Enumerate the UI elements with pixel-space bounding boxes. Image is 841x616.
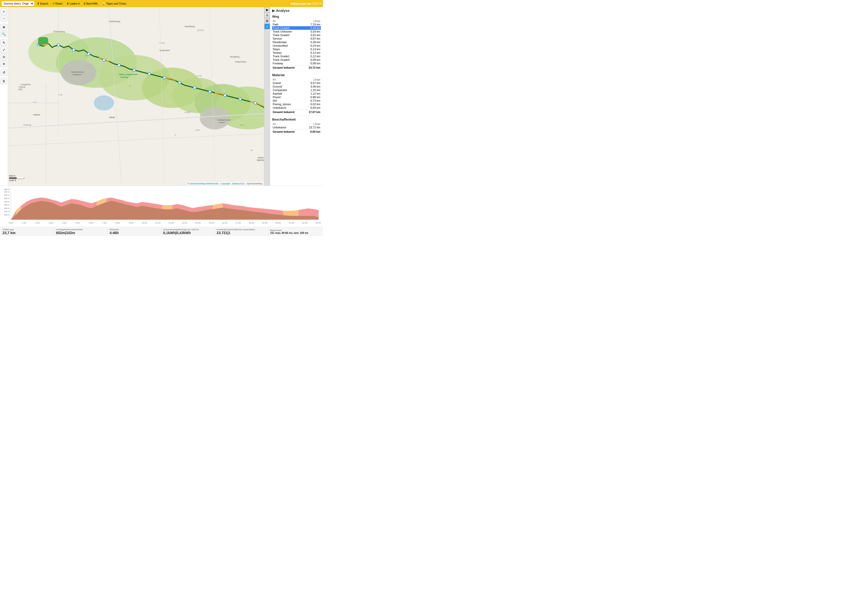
weg-art: Residential [272, 40, 304, 44]
laden-icon: ⬇ [67, 2, 69, 5]
weg-table-row: Track Unknown5,03 km [272, 30, 321, 33]
weg-laenge: 0,12 km [304, 51, 321, 54]
entfernung-value: 23,7 km [3, 231, 15, 235]
material-art: Compacted [272, 88, 304, 92]
svg-text:K 303: K 303 [185, 111, 190, 113]
material-col-laenge: Länge [304, 78, 321, 81]
panel-tab-arrow[interactable]: ▶ [264, 7, 270, 13]
material-laenge: 1,32 km [304, 88, 321, 92]
weg-art: Service [272, 37, 304, 40]
svg-text:Hohlerberg: Hohlerberg [109, 20, 120, 23]
scale-500m: 500 m [9, 175, 24, 177]
panel-tab-grid[interactable]: ⊞ [264, 18, 270, 24]
beschaffenheit-gesamt-label: Gesamt bekannt: [272, 129, 304, 134]
svg-point-26 [148, 73, 151, 75]
svg-text:Kalksteinbruch: Kalksteinbruch [71, 71, 84, 73]
entfernung-label: Entfernung [3, 228, 14, 231]
zoom-in-button[interactable]: + [0, 8, 7, 15]
elevation-chart: 260 m 240 m 220 m 200 m 180 m 160 m 140 … [2, 187, 321, 227]
material-art: Ground [272, 85, 304, 88]
route-select[interactable]: Dummy (leer), Original [1, 1, 34, 6]
draw-button[interactable]: ✎ [0, 40, 7, 46]
svg-text:21 km: 21 km [289, 222, 294, 224]
zoom-out-button[interactable]: − [0, 15, 7, 22]
panel-tab-bars[interactable]: ≡ [264, 13, 270, 18]
svg-text:180 m: 180 m [4, 201, 10, 203]
svg-text:Osning: Osning [120, 76, 128, 78]
svg-point-31 [224, 94, 226, 97]
export-button[interactable]: ⬆ Export [36, 1, 50, 6]
svg-text:3 km: 3 km [49, 222, 53, 224]
svg-text:220 m: 220 m [4, 194, 10, 196]
material-table-row: Compacted1,32 km [272, 88, 321, 92]
svg-text:L 96: L 96 [59, 94, 63, 96]
stat-entfernung: Entfernung 23,7 km [3, 228, 53, 235]
stat-divider-3 [161, 228, 162, 235]
svg-text:Metelberg: Metelberg [185, 25, 195, 28]
stat-anstieg: Anstieg|Höhenunterschied 652m|102m [56, 228, 106, 235]
material-laenge: 0,73 km [304, 99, 321, 103]
svg-point-27 [163, 76, 166, 79]
weg-art: Track Grade3 [272, 26, 304, 30]
svg-text:5 km: 5 km [75, 222, 80, 224]
route-button[interactable]: ⤢ [0, 46, 7, 53]
material-laenge: 1,12 km [304, 92, 321, 95]
svg-text:6 km: 6 km [89, 222, 93, 224]
svg-text:22 km: 22 km [302, 222, 308, 224]
export-label: Export [40, 2, 48, 5]
weg-art: Track Grade1 [272, 54, 304, 58]
search-button[interactable]: 🔍 [0, 31, 7, 37]
weg-art: Path [272, 23, 304, 26]
datenschutz-link[interactable]: Datenschutz [232, 182, 245, 185]
map-background: Finkenberg Hohlerberg Metelberg 177 m Ka… [8, 7, 264, 186]
svg-text:Finkenberg: Finkenberg [53, 30, 65, 33]
weg-table-row: Track Grade35,43 km [272, 26, 321, 30]
panel-tab-info[interactable]: ℹ [264, 24, 270, 29]
copyright-link[interactable]: Copyright [220, 182, 230, 185]
tips-button[interactable]: 💡 Tipps und Tricks [101, 1, 127, 6]
map-container[interactable]: Finkenberg Hohlerberg Metelberg 177 m Ka… [8, 7, 264, 186]
svg-text:K 30: K 30 [197, 75, 202, 77]
weg-table-row: Footway0,06 km [272, 62, 321, 65]
stats-bar: Entfernung 23,7 km Anstieg|Höhenuntersch… [0, 227, 323, 236]
share-icon: ↗ [52, 2, 54, 5]
material-art: Unbekannt [272, 106, 304, 110]
beschaffenheit-col-laenge: Länge [304, 122, 321, 126]
svg-text:0 km: 0 km [9, 222, 13, 224]
svg-text:Höste: Höste [109, 116, 115, 119]
svg-text:8 km: 8 km [116, 222, 120, 224]
svg-text:K 31: K 31 [240, 124, 245, 126]
svg-text:Lengerich: Lengerich [72, 73, 81, 76]
svg-point-24 [118, 64, 120, 66]
osm-link[interactable]: OpenStreetMap-Mitwirkende [190, 182, 219, 185]
logo-area: bikerouter.de 2023.19 [291, 2, 321, 6]
beschaffenheit-section-title: Beschaffenheit [272, 117, 321, 121]
material-laenge: 6,64 km [304, 106, 321, 110]
chart-container: 260 m 240 m 220 m 200 m 180 m 160 m 140 … [0, 186, 323, 227]
material-art: Dirt [272, 99, 304, 103]
weg-table-row: Service0,87 km [272, 37, 321, 40]
svg-text:23 km: 23 km [316, 222, 321, 224]
laden-button[interactable]: ⬇ Laden ▾ [65, 1, 81, 6]
svg-point-23 [103, 59, 105, 61]
locate-button[interactable]: ⊕ [0, 24, 7, 30]
material-table-row: Paving_stones0,02 km [272, 103, 321, 106]
stat-divider-5 [268, 228, 269, 235]
map-and-panel: + − ⊕ 🔍 ✎ ⤢ ⊙ ✕ ↺ $ [0, 7, 323, 186]
weg-art: Footway [272, 62, 304, 65]
material-gesamt-value: 17,07 km [304, 110, 321, 114]
kosten-value: 23.721|1 [217, 231, 230, 235]
help-button[interactable]: ℹ Über/Hilfe [82, 1, 99, 6]
weg-gesamt-label: Gesamt bekannt: [272, 65, 304, 70]
settings-button[interactable]: ⊙ [0, 53, 7, 60]
weg-table-row: Track Grade10,12 km [272, 54, 321, 58]
share-button[interactable]: ↗ Share [51, 1, 64, 6]
weg-table-row: Residential0,36 km [272, 40, 321, 44]
rotate-button[interactable]: ↺ [0, 69, 7, 76]
dollar-button[interactable]: $ [0, 78, 7, 84]
weg-laenge: 0,12 km [304, 54, 321, 58]
svg-text:200 m: 200 m [4, 197, 10, 199]
material-table-row: Dirt0,73 km [272, 99, 321, 103]
delete-button[interactable]: ✕ [0, 60, 7, 67]
svg-text:Lengerich: Lengerich [21, 83, 31, 86]
